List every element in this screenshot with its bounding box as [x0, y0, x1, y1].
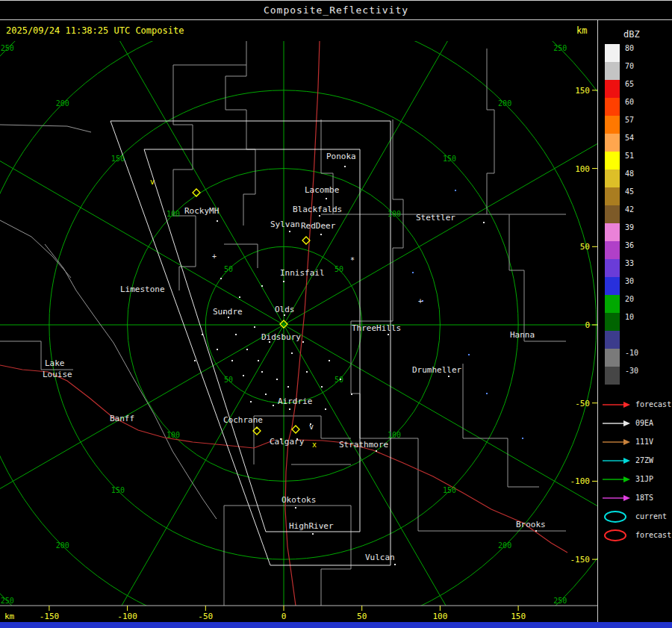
county-boundary: [0, 220, 71, 278]
map-symbol: v: [150, 178, 155, 186]
town-dot: [351, 394, 352, 395]
scale-row: 36: [605, 241, 672, 259]
range-ring-label: 150: [111, 155, 125, 163]
town-dot: [321, 386, 323, 388]
radar-application-window: Composite_Reflectivity 2025/09/24 11:38:…: [0, 0, 672, 628]
town-dot: [283, 281, 284, 282]
city-label: Sundre: [213, 307, 243, 317]
scale-value-label: 60: [625, 98, 634, 106]
range-ring-label: 50: [224, 376, 233, 384]
scale-color-box: [605, 80, 620, 98]
right-axis-label: -150: [570, 555, 591, 565]
city-label: RockyMH: [184, 206, 219, 216]
city-label: Drumheller: [412, 365, 462, 375]
legend-item: 111V: [603, 432, 672, 451]
grid-radial-line: [0, 325, 284, 534]
city-label: Innisfail: [280, 268, 325, 278]
right-axis-label: 150: [575, 86, 590, 96]
town-dot: [235, 334, 237, 335]
county-boundary: [173, 65, 196, 290]
scale-row: 33: [605, 259, 672, 277]
city-label: Okotoks: [281, 495, 316, 505]
bottom-axis-label: -100: [117, 612, 137, 621]
map-layer: 5050505010010010010015015015015020020020…: [0, 20, 597, 622]
lake-dot: [468, 354, 470, 355]
city-label: RedDeer: [301, 221, 336, 231]
track-arrow-icon: [603, 456, 631, 465]
town-dot: [254, 326, 255, 328]
town-dot: [325, 408, 326, 410]
city-label: Hanna: [510, 330, 535, 340]
grid-radial-line: [284, 20, 493, 325]
range-ring-label: 100: [388, 431, 401, 439]
scale-color-box: [605, 152, 620, 170]
county-boundary: [509, 214, 566, 341]
scale-value-label: 48: [625, 170, 634, 178]
range-ring-label: 100: [167, 431, 180, 439]
window-title-bar: Composite_Reflectivity: [0, 0, 672, 20]
scale-row: -30: [605, 367, 672, 385]
town-dot: [376, 450, 377, 452]
radar-map-display: 5050505010010010010015015015015020020020…: [0, 20, 597, 622]
scale-row: 45: [605, 187, 672, 205]
map-symbol: +: [212, 252, 217, 261]
city-label: Limestone: [120, 285, 165, 294]
town-dot: [326, 198, 327, 199]
range-ring-label: 200: [56, 541, 69, 550]
town-dot: [289, 231, 290, 232]
coverage-outline: [111, 121, 391, 565]
color-scale-panel: dBZ 80706560575451484542393633302010-10-…: [597, 20, 672, 622]
scale-value-label: 57: [625, 116, 634, 124]
right-axis-label: -50: [575, 399, 590, 408]
town-dot: [265, 394, 267, 395]
range-ring-label: 150: [443, 155, 456, 163]
scale-color-box: [605, 170, 620, 187]
town-dot: [302, 341, 304, 343]
city-label: Airdrie: [278, 397, 312, 406]
track-arrow-icon: [603, 494, 631, 503]
scale-value-label: -10: [625, 349, 638, 357]
town-dot: [217, 349, 218, 350]
town-dot: [217, 220, 218, 222]
city-label: Olds: [275, 305, 295, 314]
scale-row: 30: [605, 277, 672, 295]
scale-row: 65: [605, 80, 672, 98]
bottom-bar: [0, 622, 672, 628]
scale-color-box: [605, 62, 620, 80]
city-label: Sylvan: [270, 220, 300, 229]
scale-row: 60: [605, 98, 672, 116]
city-label: HighRiver: [289, 521, 334, 531]
county-boundary: [487, 49, 494, 214]
county-boundary: [0, 125, 91, 132]
scale-value-label: 80: [625, 44, 634, 52]
scale-row: 39: [605, 223, 672, 241]
bottom-axis-label: -50: [198, 612, 213, 621]
scale-row: 80: [605, 44, 672, 62]
town-dot: [243, 375, 244, 376]
scale-color-box: [605, 187, 620, 205]
legend-item: 18TS: [603, 488, 672, 507]
scale-color-box: [605, 98, 620, 116]
scale-row: 54: [605, 134, 672, 152]
city-label: Banff: [110, 414, 134, 423]
scale-title: dBZ: [623, 29, 672, 40]
scale-color-box: [605, 367, 620, 385]
scale-value-label: 39: [625, 223, 634, 231]
range-ring-label: 200: [498, 99, 511, 108]
scale-color-box: [605, 241, 620, 259]
town-dot: [291, 352, 293, 354]
grid-radial-line: [284, 325, 597, 534]
range-ring-label: 250: [1, 597, 14, 605]
city-label: Cochrane: [223, 415, 263, 425]
bottom-axis-label: 100: [432, 612, 447, 621]
town-dot: [231, 360, 233, 361]
scale-value-label: 45: [625, 187, 634, 196]
lake-dot: [412, 272, 414, 273]
scale-color-box: [605, 331, 620, 349]
scale-color-box: [605, 349, 620, 367]
scale-color-box: [605, 277, 620, 295]
lake-dot: [455, 190, 456, 191]
map-symbol: +: [418, 297, 423, 305]
color-scale: 80706560575451484542393633302010-10-30: [605, 44, 672, 385]
city-label: Vulcan: [365, 553, 395, 562]
